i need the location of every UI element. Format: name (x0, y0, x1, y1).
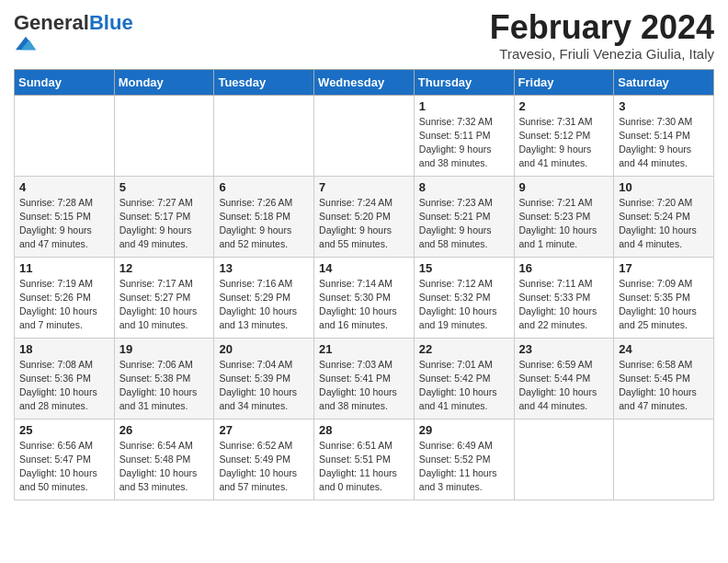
day-number: 23 (519, 342, 609, 356)
day-number: 13 (219, 261, 309, 275)
calendar-cell (614, 419, 714, 500)
day-number: 9 (519, 180, 609, 194)
calendar-cell: 10Sunrise: 7:20 AM Sunset: 5:24 PM Dayli… (614, 176, 714, 257)
calendar-cell: 20Sunrise: 7:04 AM Sunset: 5:39 PM Dayli… (214, 338, 314, 419)
day-info: Sunrise: 6:51 AM Sunset: 5:51 PM Dayligh… (319, 439, 409, 495)
calendar-cell: 12Sunrise: 7:17 AM Sunset: 5:27 PM Dayli… (114, 257, 214, 338)
day-info: Sunrise: 7:06 AM Sunset: 5:38 PM Dayligh… (119, 358, 210, 414)
day-number: 20 (219, 342, 309, 356)
day-number: 11 (19, 261, 109, 275)
logo-general-text: General (14, 11, 89, 34)
weekday-header-wednesday: Wednesday (314, 69, 415, 95)
day-info: Sunrise: 7:19 AM Sunset: 5:26 PM Dayligh… (19, 277, 109, 333)
weekday-header-tuesday: Tuesday (214, 69, 314, 95)
day-number: 4 (19, 180, 109, 194)
day-number: 3 (619, 99, 709, 113)
page-header: GeneralBlue February 2024 Travesio, Friu… (14, 9, 714, 62)
calendar-cell: 16Sunrise: 7:11 AM Sunset: 5:33 PM Dayli… (514, 257, 614, 338)
calendar-week-row: 4Sunrise: 7:28 AM Sunset: 5:15 PM Daylig… (15, 176, 714, 257)
calendar-cell: 9Sunrise: 7:21 AM Sunset: 5:23 PM Daylig… (514, 176, 614, 257)
day-info: Sunrise: 7:32 AM Sunset: 5:11 PM Dayligh… (419, 115, 509, 171)
day-info: Sunrise: 7:12 AM Sunset: 5:32 PM Dayligh… (419, 277, 509, 333)
day-info: Sunrise: 7:01 AM Sunset: 5:42 PM Dayligh… (419, 358, 509, 414)
calendar-week-row: 25Sunrise: 6:56 AM Sunset: 5:47 PM Dayli… (15, 419, 714, 500)
day-number: 5 (119, 180, 210, 194)
day-number: 15 (419, 261, 509, 275)
calendar-cell: 5Sunrise: 7:27 AM Sunset: 5:17 PM Daylig… (114, 176, 214, 257)
day-info: Sunrise: 6:56 AM Sunset: 5:47 PM Dayligh… (19, 439, 109, 495)
calendar-cell: 25Sunrise: 6:56 AM Sunset: 5:47 PM Dayli… (15, 419, 115, 500)
day-info: Sunrise: 7:03 AM Sunset: 5:41 PM Dayligh… (319, 358, 409, 414)
weekday-header-saturday: Saturday (614, 69, 714, 95)
calendar-cell: 22Sunrise: 7:01 AM Sunset: 5:42 PM Dayli… (414, 338, 514, 419)
calendar-cell: 26Sunrise: 6:54 AM Sunset: 5:48 PM Dayli… (114, 419, 214, 500)
calendar-week-row: 18Sunrise: 7:08 AM Sunset: 5:36 PM Dayli… (15, 338, 714, 419)
day-info: Sunrise: 7:08 AM Sunset: 5:36 PM Dayligh… (19, 358, 109, 414)
day-number: 18 (19, 342, 109, 356)
calendar-cell: 28Sunrise: 6:51 AM Sunset: 5:51 PM Dayli… (314, 419, 415, 500)
day-info: Sunrise: 7:21 AM Sunset: 5:23 PM Dayligh… (519, 196, 609, 252)
day-number: 10 (619, 180, 709, 194)
day-info: Sunrise: 6:52 AM Sunset: 5:49 PM Dayligh… (219, 439, 309, 495)
day-number: 28 (319, 423, 409, 437)
calendar-cell: 2Sunrise: 7:31 AM Sunset: 5:12 PM Daylig… (514, 95, 614, 176)
day-info: Sunrise: 7:16 AM Sunset: 5:29 PM Dayligh… (219, 277, 309, 333)
calendar-cell: 23Sunrise: 6:59 AM Sunset: 5:44 PM Dayli… (514, 338, 614, 419)
calendar-cell: 27Sunrise: 6:52 AM Sunset: 5:49 PM Dayli… (214, 419, 314, 500)
day-info: Sunrise: 7:27 AM Sunset: 5:17 PM Dayligh… (119, 196, 210, 252)
weekday-header-row: SundayMondayTuesdayWednesdayThursdayFrid… (15, 69, 714, 95)
calendar-title: February 2024 (490, 9, 714, 46)
calendar-cell (15, 95, 115, 176)
calendar-cell: 21Sunrise: 7:03 AM Sunset: 5:41 PM Dayli… (314, 338, 415, 419)
day-info: Sunrise: 6:54 AM Sunset: 5:48 PM Dayligh… (119, 439, 210, 495)
day-number: 14 (319, 261, 409, 275)
calendar-subtitle: Travesio, Friuli Venezia Giulia, Italy (490, 46, 714, 62)
day-number: 24 (619, 342, 709, 356)
title-block: February 2024 Travesio, Friuli Venezia G… (490, 9, 714, 62)
weekday-header-thursday: Thursday (414, 69, 514, 95)
calendar-cell: 1Sunrise: 7:32 AM Sunset: 5:11 PM Daylig… (414, 95, 514, 176)
calendar-cell (314, 95, 415, 176)
day-info: Sunrise: 7:30 AM Sunset: 5:14 PM Dayligh… (619, 115, 709, 171)
day-number: 22 (419, 342, 509, 356)
day-number: 8 (419, 180, 509, 194)
day-info: Sunrise: 7:14 AM Sunset: 5:30 PM Dayligh… (319, 277, 409, 333)
day-number: 2 (519, 99, 609, 113)
calendar-cell (514, 419, 614, 500)
day-info: Sunrise: 7:09 AM Sunset: 5:35 PM Dayligh… (619, 277, 709, 333)
calendar-cell: 7Sunrise: 7:24 AM Sunset: 5:20 PM Daylig… (314, 176, 415, 257)
calendar-week-row: 1Sunrise: 7:32 AM Sunset: 5:11 PM Daylig… (15, 95, 714, 176)
calendar-cell: 6Sunrise: 7:26 AM Sunset: 5:18 PM Daylig… (214, 176, 314, 257)
calendar-cell: 3Sunrise: 7:30 AM Sunset: 5:14 PM Daylig… (614, 95, 714, 176)
day-number: 26 (119, 423, 210, 437)
day-info: Sunrise: 6:59 AM Sunset: 5:44 PM Dayligh… (519, 358, 609, 414)
calendar-cell: 17Sunrise: 7:09 AM Sunset: 5:35 PM Dayli… (614, 257, 714, 338)
calendar-cell: 19Sunrise: 7:06 AM Sunset: 5:38 PM Dayli… (114, 338, 214, 419)
weekday-header-friday: Friday (514, 69, 614, 95)
calendar-cell: 13Sunrise: 7:16 AM Sunset: 5:29 PM Dayli… (214, 257, 314, 338)
calendar-table: SundayMondayTuesdayWednesdayThursdayFrid… (14, 69, 714, 500)
weekday-header-monday: Monday (114, 69, 214, 95)
calendar-cell: 29Sunrise: 6:49 AM Sunset: 5:52 PM Dayli… (414, 419, 514, 500)
calendar-week-row: 11Sunrise: 7:19 AM Sunset: 5:26 PM Dayli… (15, 257, 714, 338)
day-info: Sunrise: 7:20 AM Sunset: 5:24 PM Dayligh… (619, 196, 709, 252)
day-info: Sunrise: 7:17 AM Sunset: 5:27 PM Dayligh… (119, 277, 210, 333)
day-number: 12 (119, 261, 210, 275)
day-info: Sunrise: 6:58 AM Sunset: 5:45 PM Dayligh… (619, 358, 709, 414)
calendar-cell (114, 95, 214, 176)
logo-icon (16, 33, 36, 53)
calendar-cell: 4Sunrise: 7:28 AM Sunset: 5:15 PM Daylig… (15, 176, 115, 257)
day-number: 1 (419, 99, 509, 113)
calendar-cell: 8Sunrise: 7:23 AM Sunset: 5:21 PM Daylig… (414, 176, 514, 257)
logo-blue-text: Blue (89, 11, 133, 34)
logo: GeneralBlue (14, 13, 133, 57)
day-number: 16 (519, 261, 609, 275)
calendar-cell: 15Sunrise: 7:12 AM Sunset: 5:32 PM Dayli… (414, 257, 514, 338)
calendar-cell (214, 95, 314, 176)
day-info: Sunrise: 7:28 AM Sunset: 5:15 PM Dayligh… (19, 196, 109, 252)
day-number: 29 (419, 423, 509, 437)
day-number: 17 (619, 261, 709, 275)
day-number: 21 (319, 342, 409, 356)
day-info: Sunrise: 7:26 AM Sunset: 5:18 PM Dayligh… (219, 196, 309, 252)
day-info: Sunrise: 7:11 AM Sunset: 5:33 PM Dayligh… (519, 277, 609, 333)
